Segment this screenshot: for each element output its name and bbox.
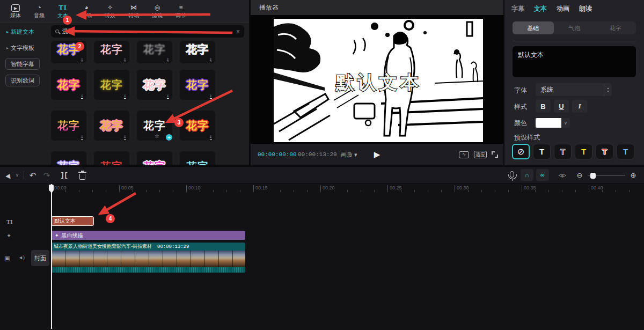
download-icon[interactable]: ↓ bbox=[167, 57, 170, 63]
text-style-card[interactable]: 花字 ↓ bbox=[94, 70, 129, 100]
download-icon[interactable]: ↓ bbox=[81, 93, 84, 99]
toolbar-tab-adjust[interactable]: ≡ 调节 bbox=[170, 1, 192, 21]
search-box[interactable]: × bbox=[51, 25, 244, 38]
text-content-field[interactable]: 默认文本 bbox=[513, 46, 636, 77]
video-clip[interactable]: 城市夜景人物街道美女慢跑背影汽车-街拍素材 00:00:13:29 bbox=[51, 243, 245, 273]
divider bbox=[513, 41, 636, 41]
font-dropdown[interactable]: 系统 bbox=[536, 83, 610, 96]
sticker-icon: ◕ bbox=[84, 4, 88, 12]
cover-button[interactable]: 封面 bbox=[31, 250, 49, 266]
mirror-preview-icon[interactable]: ∿ bbox=[459, 151, 469, 158]
video-clip-title: 城市夜景人物街道美女慢跑背影汽车-街拍素材 bbox=[54, 243, 152, 250]
caret-right-icon: ▸ bbox=[6, 30, 9, 34]
toolbar-tab-transitions[interactable]: ⋈ 转场 bbox=[122, 1, 145, 21]
redo-button[interactable]: ↷ bbox=[41, 167, 53, 184]
split-button[interactable]: ][ bbox=[58, 167, 70, 184]
add-style-icon[interactable]: + bbox=[165, 133, 172, 141]
timeline-ruler[interactable]: 00:00 00:05 00:10 00:15 00:20 00:25 00:3… bbox=[0, 184, 644, 194]
text-style-card[interactable]: 花字 ↓ bbox=[94, 41, 129, 63]
bold-button[interactable]: B bbox=[536, 100, 551, 113]
text-style-card[interactable]: 花字 ↓ bbox=[94, 111, 129, 141]
playhead-handle[interactable] bbox=[49, 185, 54, 191]
font-stepper[interactable]: ▴ ▾ bbox=[604, 83, 612, 96]
tab-caption[interactable]: 字幕 bbox=[511, 4, 524, 13]
sidebar-item-text-templates[interactable]: ▸ 文字模板 bbox=[6, 44, 34, 52]
clear-search-icon[interactable]: × bbox=[236, 28, 240, 35]
download-icon[interactable]: ↓ bbox=[210, 93, 213, 99]
tab-animation[interactable]: 动画 bbox=[557, 4, 569, 13]
color-picker[interactable]: ∨ bbox=[536, 118, 570, 128]
video-clip-duration: 00:00:13:29 bbox=[157, 244, 189, 250]
text-style-card-selected[interactable]: 花字 ☆ + bbox=[137, 111, 172, 141]
text-style-card[interactable]: 花字 ↓ bbox=[51, 111, 86, 141]
preset-white[interactable]: T bbox=[533, 144, 551, 159]
text-style-card[interactable]: 花字 ↓ bbox=[180, 111, 215, 141]
preset-blue[interactable]: T bbox=[617, 144, 634, 159]
text-style-card[interactable]: 花字 bbox=[51, 151, 86, 165]
timeline-zoom-slider[interactable] bbox=[588, 175, 625, 176]
auto-snap-toggle[interactable]: ∩ bbox=[521, 169, 533, 181]
player-controls: 00:00:00:00 00:00:13:29 画质 ▾ ▶ ∿ 适应 bbox=[251, 144, 503, 165]
effects-icon: ✧ bbox=[107, 4, 113, 12]
download-icon[interactable]: ↓ bbox=[81, 57, 84, 63]
download-icon[interactable]: ↓ bbox=[124, 57, 127, 63]
italic-button[interactable]: I bbox=[572, 100, 587, 113]
search-icon bbox=[55, 30, 59, 33]
text-style-card[interactable]: 花字 ↓ bbox=[180, 70, 215, 100]
text-style-card[interactable]: 花字 ↓ bbox=[137, 70, 172, 100]
divider bbox=[24, 171, 24, 179]
toolbar-tab-media[interactable]: ▸ 媒体 bbox=[4, 1, 27, 21]
zoom-slider-knob[interactable] bbox=[590, 173, 596, 179]
delete-button[interactable] bbox=[76, 167, 88, 184]
preview-caption[interactable]: 默认文本 bbox=[335, 72, 422, 92]
download-icon[interactable]: ↓ bbox=[81, 134, 84, 140]
sidebar-item-recognize-lyrics[interactable]: 识别歌词 bbox=[5, 75, 40, 86]
text-style-card[interactable]: 花字 bbox=[94, 151, 129, 165]
download-icon[interactable]: ↓ bbox=[124, 93, 127, 99]
subtab-fancy-text[interactable]: 花字 bbox=[595, 21, 636, 34]
text-style-card[interactable]: 花字 ↓ bbox=[51, 70, 86, 100]
tab-text[interactable]: 文本 bbox=[534, 4, 547, 13]
underline-button[interactable]: U bbox=[554, 100, 569, 113]
sidebar-item-new-text[interactable]: ▸ 新建文本 bbox=[6, 28, 34, 36]
fit-button[interactable]: 适应 bbox=[474, 151, 487, 158]
toolbar-tab-filters[interactable]: ◎ 滤镜 bbox=[146, 1, 169, 21]
text-style-card[interactable]: 花字 bbox=[137, 151, 172, 165]
effect-clip[interactable]: ✦ 黑白线描 bbox=[51, 231, 245, 240]
download-icon[interactable]: ↓ bbox=[167, 93, 170, 99]
sidebar-item-smart-captions[interactable]: 智能字幕 bbox=[5, 58, 40, 70]
subtab-basic[interactable]: 基础 bbox=[513, 21, 554, 34]
mute-track-icon[interactable]: ◄) bbox=[18, 255, 25, 260]
download-icon[interactable]: ↓ bbox=[124, 134, 127, 140]
preset-red[interactable]: T bbox=[596, 144, 613, 159]
download-icon[interactable]: ↓ bbox=[210, 134, 213, 140]
record-voiceover-button[interactable] bbox=[507, 167, 517, 184]
link-clips-toggle[interactable]: ∞ bbox=[536, 169, 549, 181]
stepper-down-icon: ▾ bbox=[607, 90, 609, 93]
download-icon[interactable]: ↓ bbox=[210, 57, 213, 63]
toolbar-tab-audio[interactable]: ◔ 音频 bbox=[28, 1, 50, 21]
audio-icon: ◔ bbox=[37, 4, 41, 12]
undo-button[interactable]: ↶ bbox=[27, 167, 39, 184]
text-style-card[interactable]: 花字 bbox=[180, 151, 215, 165]
select-tool-chevron-icon[interactable]: ∨ bbox=[13, 167, 21, 184]
favorite-star-icon[interactable]: ☆ bbox=[155, 133, 159, 139]
tab-read-aloud[interactable]: 朗读 bbox=[579, 4, 592, 13]
select-tool[interactable]: ▶ bbox=[3, 167, 14, 184]
text-style-card[interactable]: 花字 ↓ bbox=[180, 41, 215, 63]
zoom-out-button[interactable]: ⊖ bbox=[574, 167, 585, 184]
preview-axis-toggle[interactable]: ◁|▷ bbox=[556, 167, 569, 184]
preset-yellow[interactable]: T bbox=[575, 144, 592, 159]
preset-outline[interactable]: T bbox=[554, 144, 572, 159]
subtab-bubble[interactable]: 气泡 bbox=[554, 21, 595, 34]
text-clip[interactable]: 默认文本 bbox=[51, 216, 94, 226]
zoom-in-button[interactable]: ⊕ bbox=[628, 167, 639, 184]
text-style-card[interactable]: 花字 ↓ bbox=[137, 41, 172, 63]
preset-none[interactable]: ⊘ bbox=[512, 144, 530, 159]
playhead-line[interactable] bbox=[51, 184, 52, 329]
timeline-panel: ▶ ∨ ↶ ↷ ][ ∩ ∞ ◁|▷ ⊖ ⊕ 00:00 00:05 bbox=[0, 167, 644, 330]
search-input[interactable] bbox=[62, 28, 233, 35]
toolbar-tab-sticker[interactable]: ◕ 贴纸 bbox=[75, 1, 98, 21]
fullscreen-icon[interactable] bbox=[492, 151, 498, 158]
toolbar-tab-effects[interactable]: ✧ 特效 bbox=[99, 1, 121, 21]
